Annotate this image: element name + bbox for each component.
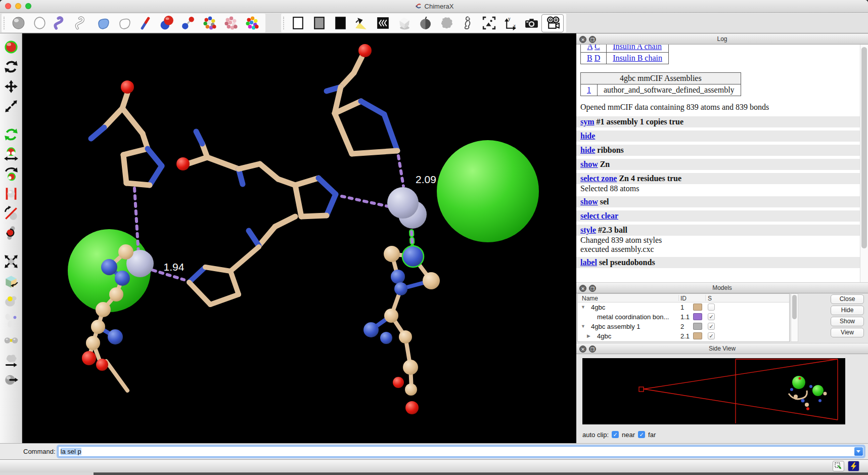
mouse-mode-move-and-resize[interactable]: [2, 253, 20, 270]
view-model-button[interactable]: View: [831, 328, 864, 337]
models-close-icon[interactable]: ✕: [579, 285, 586, 292]
mouse-mode-move-picked-models[interactable]: [2, 165, 20, 183]
mouse-mode-clip-rotate[interactable]: [2, 205, 20, 222]
toolbar-simple-lighting[interactable]: [351, 15, 372, 32]
models-float-icon[interactable]: ❐: [589, 285, 596, 292]
mouse-mode-rotate-selected-models[interactable]: [2, 126, 20, 143]
log-command-link[interactable]: sym: [580, 117, 595, 126]
log-command-link[interactable]: hide: [580, 146, 595, 154]
model-name[interactable]: 4gbc assembly 1: [591, 323, 641, 330]
camera-frustum-view[interactable]: [582, 358, 845, 424]
mouse-mode-zoom[interactable]: [2, 98, 20, 115]
model-shown-checkbox[interactable]: ✓: [708, 332, 715, 339]
hide-model-button[interactable]: Hide: [831, 306, 864, 315]
toolbar-snapshot[interactable]: [521, 15, 542, 32]
models-scrollbar[interactable]: [791, 293, 798, 342]
expand--icon[interactable]: ▶: [587, 333, 590, 338]
model-row[interactable]: ▶4gbc2.1✓: [578, 331, 789, 341]
log-scrollbar-thumb[interactable]: [861, 47, 867, 248]
toolbar-hide-cartoons[interactable]: [71, 15, 93, 32]
log-command-link[interactable]: D: [595, 54, 601, 62]
model-shown-checkbox[interactable]: [708, 304, 715, 311]
toolbar-axes[interactable]: yx: [499, 15, 521, 32]
toolbar-black-background[interactable]: [330, 15, 351, 32]
models-titlebar[interactable]: ✕ ❐ Models: [576, 282, 868, 293]
toolbar-color-rainbow[interactable]: [241, 15, 262, 32]
selected-atom[interactable]: [402, 246, 424, 267]
log-command-link[interactable]: C: [595, 45, 600, 51]
log-float-icon[interactable]: ❐: [589, 36, 596, 43]
mouse-mode-move-marker[interactable]: [2, 371, 20, 388]
log-command-link[interactable]: Insulin A chain: [613, 45, 662, 51]
toolbar-soft-lighting[interactable]: [393, 15, 415, 32]
toolbar-stick-style[interactable]: [135, 15, 156, 32]
toolbar-show-cartoons[interactable]: [50, 15, 71, 32]
command-input[interactable]: la sel p: [58, 446, 864, 457]
model-name[interactable]: 4gbc: [591, 304, 605, 311]
toolbar-spin-movie[interactable]: [542, 15, 563, 32]
viewport-3d[interactable]: 2.09 1.94: [22, 33, 576, 443]
mouse-mode-bond-length[interactable]: [2, 332, 20, 349]
mouse-mode-move-blob[interactable]: [2, 352, 20, 369]
model-shown-checkbox[interactable]: ✓: [708, 323, 715, 330]
far-clip-checkbox[interactable]: ✓: [638, 431, 645, 438]
toolbar-hide-surfaces[interactable]: [114, 15, 135, 32]
model-name[interactable]: 4gbc: [597, 332, 611, 340]
model-name[interactable]: metal coordination bon...: [597, 313, 669, 321]
log-command-link[interactable]: 1: [587, 85, 591, 94]
zoom-window-button[interactable]: [25, 3, 31, 9]
model-shown-checkbox[interactable]: ✓: [708, 313, 715, 320]
model-row[interactable]: ▼4gbc1: [578, 303, 789, 312]
toolbar-gray-background[interactable]: [308, 15, 330, 32]
log-command-link[interactable]: show: [580, 197, 598, 206]
model-color-swatch[interactable]: [693, 332, 702, 339]
log-command-link[interactable]: show: [580, 160, 598, 168]
model-row[interactable]: ▼4gbc assembly 12✓: [578, 322, 789, 331]
toolbar-hide-atoms[interactable]: [29, 15, 50, 32]
model-row-partial[interactable]: [578, 341, 789, 342]
models-scrollbar-thumb[interactable]: [792, 295, 797, 319]
toolbar-silhouette[interactable]: [436, 15, 457, 32]
molecular-scene[interactable]: 2.09 1.94: [22, 33, 576, 443]
screen-region-button[interactable]: [833, 461, 844, 471]
expand-collapse-icon[interactable]: ▼: [581, 324, 585, 329]
close-model-button[interactable]: Close: [831, 294, 864, 304]
model-color-swatch[interactable]: [693, 323, 702, 330]
log-titlebar[interactable]: ✕ ❐ Log: [576, 33, 868, 45]
mouse-mode-bond-rotation[interactable]: [2, 225, 20, 242]
log-command-link[interactable]: Insulin B chain: [613, 54, 662, 62]
toolbar-show-atoms[interactable]: [8, 15, 29, 32]
model-color-swatch[interactable]: [693, 304, 702, 311]
mouse-mode-mark-blob[interactable]: [2, 292, 20, 310]
log-command-link[interactable]: B: [587, 54, 592, 62]
toolbar-color-heteroatom[interactable]: [199, 15, 220, 32]
model-color-swatch[interactable]: [693, 313, 702, 320]
close-window-button[interactable]: [5, 3, 11, 9]
log-command-link[interactable]: style: [580, 226, 596, 234]
toolbar-full-lighting[interactable]: [372, 15, 393, 32]
log-close-icon[interactable]: ✕: [579, 36, 586, 43]
show-model-button[interactable]: Show: [831, 317, 864, 326]
side-view-canvas[interactable]: [582, 358, 845, 424]
mouse-mode-select[interactable]: [2, 38, 20, 56]
titlebar[interactable]: ChimeraX: [0, 0, 868, 13]
log-command-link[interactable]: hide: [580, 132, 595, 140]
mouse-mode-translate-selected-models[interactable]: [2, 146, 20, 163]
minimize-window-button[interactable]: [15, 3, 21, 9]
side-view-close-icon[interactable]: ✕: [579, 346, 586, 353]
side-view-float-icon[interactable]: ❐: [589, 346, 596, 353]
side-view-titlebar[interactable]: ✕ ❐ Side View: [576, 343, 868, 354]
toolbar-white-background[interactable]: [287, 15, 308, 32]
expand-collapse-icon[interactable]: ▼: [581, 305, 585, 310]
mouse-mode-translate[interactable]: [2, 78, 20, 95]
mouse-mode-rotate[interactable]: [2, 58, 20, 75]
near-clip-checkbox[interactable]: ✓: [612, 431, 619, 438]
toolbar-flat-lighting[interactable]: [415, 15, 436, 32]
mouse-mode-pivot[interactable]: [2, 273, 20, 290]
log-command-link[interactable]: label: [580, 258, 597, 267]
log-command-link[interactable]: select clear: [580, 211, 618, 220]
log-command-link[interactable]: A: [587, 45, 592, 51]
toolbar-save-image[interactable]: [478, 15, 499, 32]
toolbar-sphere-style[interactable]: [156, 15, 177, 32]
command-history-dropdown[interactable]: [854, 447, 863, 456]
